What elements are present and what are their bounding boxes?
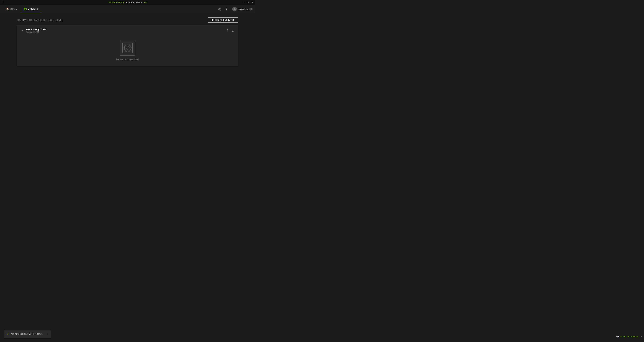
check-updates-button[interactable]: CHECK FOR UPDATES [208,18,238,22]
collapse-icon[interactable]: ∧ [232,29,234,32]
svg-marker-1 [108,2,112,3]
driver-info: ✓ Game Ready Driver Version: 528.79 [21,28,46,33]
driver-card-header: ✓ Game Ready Driver Version: 528.79 ⋮ ∧ [21,28,234,33]
driver-details-text: Game Ready Driver Version: 528.79 [26,28,46,33]
svg-line-8 [219,9,220,10]
svg-point-5 [218,9,219,10]
svg-rect-11 [122,43,132,53]
driver-card-actions: ⋮ ∧ [226,29,234,32]
nvidia-logo [120,40,135,56]
drivers-label: DRIVERS [28,8,38,10]
window-controls[interactable]: — ❐ ✕ [242,1,254,4]
minimize-button[interactable]: — [242,1,245,4]
svg-marker-3 [24,8,26,10]
share-button[interactable] [218,7,222,11]
app-title: GEFORCE EXPERIENCE [108,1,147,3]
driver-check-icon: ✓ [21,29,24,32]
driver-version: Version: 528.79 [26,31,46,33]
driver-details-area: Information not available! [21,36,234,63]
driver-name: Game Ready Driver [26,28,46,30]
nav-drivers[interactable]: DRIVERS [20,5,41,14]
nav-home[interactable]: 🏠 HOME [3,5,20,14]
drivers-icon [24,8,26,10]
settings-button[interactable] [225,7,229,11]
nav-right: apavlenko1920 [218,7,252,12]
user-profile[interactable]: apavlenko1920 [232,7,252,12]
restore-button[interactable]: ❐ [247,1,249,4]
title-bar: GEFORCE EXPERIENCE — ❐ ✕ [0,0,255,5]
svg-point-6 [220,10,220,10]
nav-bar: 🏠 HOME DRIVERS [0,5,255,14]
section-header: YOU HAVE THE LATEST GEFORCE DRIVER CHECK… [17,18,238,22]
svg-line-7 [219,8,220,9]
section-title: YOU HAVE THE LATEST GEFORCE DRIVER [17,19,64,21]
close-button[interactable]: ✕ [251,1,254,4]
home-icon: 🏠 [6,8,9,10]
main-content: YOU HAVE THE LATEST GEFORCE DRIVER CHECK… [0,14,255,70]
avatar [232,7,237,12]
more-options-icon[interactable]: ⋮ [226,29,229,32]
nav-items: 🏠 HOME DRIVERS [3,5,218,14]
svg-rect-0 [2,1,4,3]
username: apavlenko1920 [238,8,252,10]
svg-marker-2 [144,2,147,3]
driver-card: ✓ Game Ready Driver Version: 528.79 ⋮ ∧ [17,25,238,66]
window-icon [2,1,4,4]
home-label: HOME [10,8,17,10]
svg-point-4 [220,8,220,8]
info-unavailable-text: Information not available! [116,58,138,61]
svg-point-10 [234,8,235,9]
svg-point-9 [226,8,227,10]
